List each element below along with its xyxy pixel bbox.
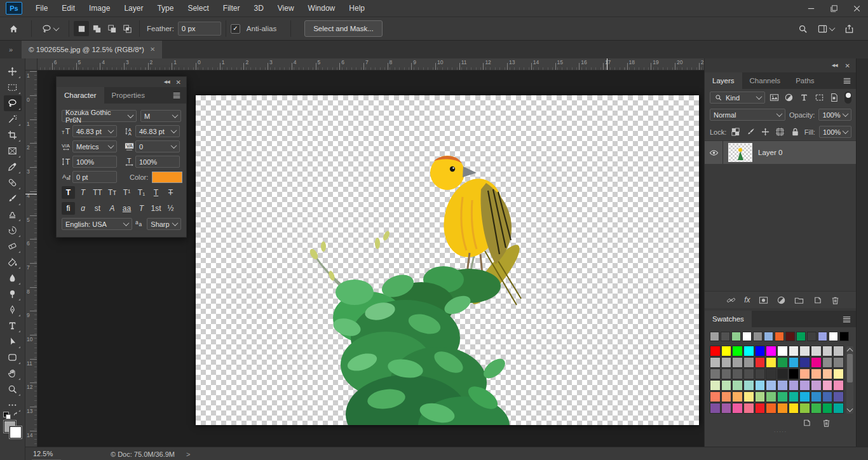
faux-bold-button[interactable]: T [62,186,75,199]
recent-swatch[interactable] [807,332,817,341]
swatch[interactable] [822,357,833,368]
filter-type-layers-icon[interactable] [798,91,810,104]
filter-pixel-layers-icon[interactable] [768,91,780,104]
pen-tool[interactable] [4,302,22,318]
superscript-button[interactable]: T¹ [120,186,133,199]
scroll-thumb[interactable] [847,354,853,382]
anti-alias-select[interactable]: Sharp [147,218,181,230]
collapse-panels-icon[interactable]: ◀◀ [832,63,837,68]
titling-alternates-button[interactable]: aa [120,202,133,215]
swatch[interactable] [822,391,833,402]
link-layers-icon[interactable] [726,295,736,305]
recent-swatch[interactable] [742,332,752,341]
layer-effects-icon[interactable]: fx [744,295,750,304]
menu-3d[interactable]: 3D [247,0,270,17]
swatch[interactable] [777,369,788,379]
swatch[interactable] [811,357,822,368]
frame-tool[interactable] [4,143,22,159]
recent-swatch[interactable] [775,332,784,341]
brush-tool[interactable] [4,191,22,206]
swatch[interactable] [710,357,721,368]
menu-type[interactable]: Type [150,0,180,17]
share-icon[interactable] [844,24,854,34]
delete-swatch-icon[interactable] [822,418,831,428]
swatch[interactable] [743,346,754,356]
swatch[interactable] [721,403,732,414]
filter-smart-objects-icon[interactable] [829,91,841,104]
swatch[interactable] [789,380,799,391]
swatch[interactable] [833,357,844,368]
shape-tool[interactable] [4,349,22,365]
document-tab[interactable]: © 1902655e.jpg @ 12.5% (RGB/8*) ✕ [22,40,162,58]
add-selection-mode-button[interactable] [89,21,104,36]
status-popup-icon[interactable]: > [186,450,190,458]
recent-swatch[interactable] [818,332,827,341]
swatch[interactable] [755,391,766,402]
swatch[interactable] [799,391,810,402]
subtract-selection-mode-button[interactable] [104,21,119,36]
panel-close-icon[interactable]: ✕ [845,62,850,69]
swatch[interactable] [811,403,822,414]
tracking-select[interactable]: 0 [135,140,180,152]
swatch[interactable] [833,380,844,391]
filter-adjustment-layers-icon[interactable] [783,91,795,104]
clone-stamp-tool[interactable] [4,206,22,222]
paint-bucket-tool[interactable] [4,254,22,270]
leading-select[interactable]: 46.83 pt [135,125,180,137]
tab-properties[interactable]: Properties [104,87,153,104]
swatch[interactable] [833,403,844,414]
swatch[interactable] [743,357,754,368]
lock-transparency-icon[interactable] [730,126,741,138]
swatch[interactable] [732,357,743,368]
recent-swatch[interactable] [839,332,849,341]
zoom-level-input[interactable] [32,449,61,460]
font-style-select[interactable]: M [140,110,181,122]
collapse-panel-icon[interactable]: ◀◀ [164,79,170,85]
swatch[interactable] [710,403,721,414]
path-select-tool[interactable] [4,334,22,349]
marquee-tool[interactable] [4,79,22,95]
blur-tool[interactable] [4,270,22,286]
tab-character[interactable]: Character [57,87,104,104]
swatch[interactable] [732,380,743,391]
swatch[interactable] [755,357,766,368]
move-tool[interactable] [4,64,22,79]
lock-artboard-icon[interactable] [775,126,785,138]
small-caps-button[interactable]: Tᴛ [105,186,119,199]
magic-wand-tool[interactable] [4,111,22,127]
layer-name[interactable]: Layer 0 [758,149,782,156]
home-icon[interactable] [0,20,27,37]
delete-layer-icon[interactable] [831,295,840,305]
swatch[interactable] [710,391,721,402]
tab-channels[interactable]: Channels [742,72,789,89]
tab-close-icon[interactable]: ✕ [150,46,155,53]
swatch-scrollbar[interactable] [846,346,853,414]
swatch[interactable] [777,380,788,391]
tab-layers[interactable]: Layers [705,72,742,89]
swatch[interactable] [789,403,799,414]
select-and-mask-button[interactable]: Select and Mask... [304,20,383,37]
lock-position-icon[interactable] [761,126,770,137]
kerning-select[interactable]: Metrics [72,140,117,152]
menu-help[interactable]: Help [342,0,372,17]
filter-shape-layers-icon[interactable] [813,91,825,104]
swatch[interactable] [822,380,833,391]
swatch[interactable] [833,369,844,379]
swatch[interactable] [822,346,833,356]
standard-ligatures-button[interactable]: fi [62,202,75,215]
panel-resize-grip[interactable]: ..... [705,429,857,433]
crop-tool[interactable] [4,127,22,143]
swatch[interactable] [811,346,822,356]
menu-image[interactable]: Image [82,0,117,17]
layer-visibility-icon[interactable] [705,141,723,164]
language-select[interactable]: English: USA [62,218,132,230]
swatch[interactable] [766,391,776,402]
swatch[interactable] [755,380,766,391]
menu-file[interactable]: File [29,0,55,17]
opacity-select[interactable]: 100% [818,109,851,121]
swatch[interactable] [777,391,788,402]
more-tools[interactable] [4,397,22,413]
add-layer-mask-icon[interactable] [759,295,768,305]
swatch[interactable] [721,391,732,402]
swatch[interactable] [833,391,844,402]
